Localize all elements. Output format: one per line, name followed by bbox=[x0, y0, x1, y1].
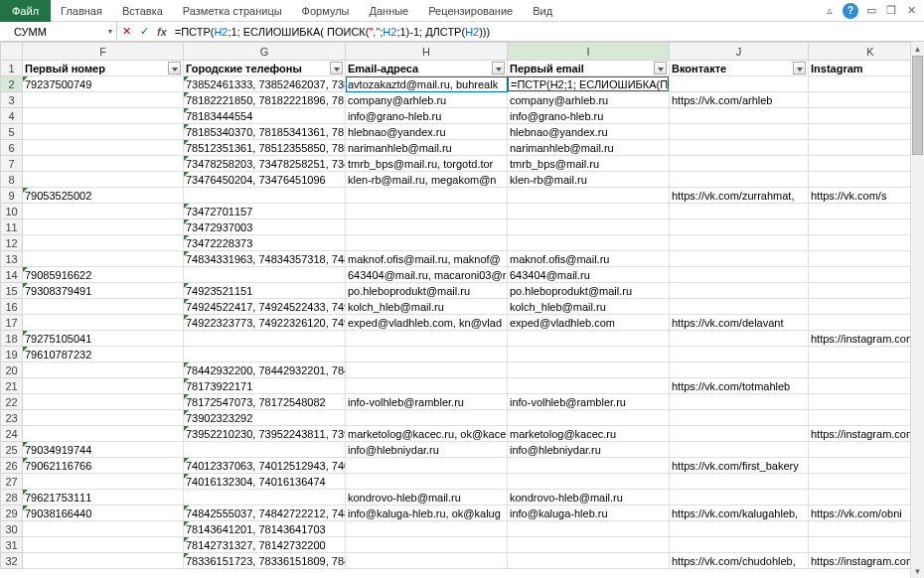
cell-F11[interactable] bbox=[23, 219, 184, 235]
cell-H13[interactable]: maknof.ofis@mail.ru, maknof@ bbox=[346, 251, 508, 267]
cell-K19[interactable] bbox=[809, 347, 925, 362]
cell-K15[interactable] bbox=[809, 283, 925, 299]
cell-I18[interactable] bbox=[508, 331, 670, 347]
cell-F32[interactable] bbox=[23, 553, 184, 569]
row-header-10[interactable]: 10 bbox=[1, 204, 23, 219]
filter-icon[interactable] bbox=[654, 62, 667, 74]
column-header-K[interactable]: K bbox=[809, 43, 925, 61]
cell-F13[interactable] bbox=[23, 251, 184, 267]
cell-K28[interactable] bbox=[809, 490, 925, 506]
cell-F7[interactable] bbox=[23, 156, 184, 172]
cell-H23[interactable] bbox=[346, 410, 508, 426]
scroll-up-icon[interactable]: ▲ bbox=[911, 42, 924, 56]
row-header-20[interactable]: 20 bbox=[1, 362, 23, 378]
column-header-F[interactable]: F bbox=[23, 43, 184, 61]
cell-J25[interactable] bbox=[670, 442, 809, 458]
ribbon-tab-Рецензирование[interactable]: Рецензирование bbox=[418, 2, 523, 20]
cell-J8[interactable] bbox=[670, 172, 809, 188]
cell-J6[interactable] bbox=[670, 140, 809, 156]
cell-H20[interactable] bbox=[346, 362, 508, 378]
cell-G26[interactable]: 74012337063, 74012512943, 74012512944, 7… bbox=[184, 458, 346, 474]
cell-J18[interactable] bbox=[670, 331, 809, 347]
cell-F21[interactable] bbox=[23, 378, 184, 394]
cell-K20[interactable] bbox=[809, 362, 925, 378]
cell-F17[interactable] bbox=[23, 315, 184, 331]
cell-G19[interactable] bbox=[184, 347, 346, 362]
row-header-15[interactable]: 15 bbox=[1, 283, 23, 299]
cell-G28[interactable] bbox=[184, 490, 346, 506]
cell-K13[interactable] bbox=[809, 251, 925, 267]
cell-F15[interactable]: 79308379491 bbox=[23, 283, 184, 299]
cell-K2[interactable] bbox=[809, 76, 925, 92]
ribbon-tab-Главная[interactable]: Главная bbox=[51, 2, 112, 20]
row-header-7[interactable]: 7 bbox=[1, 156, 23, 172]
cell-K25[interactable] bbox=[809, 442, 925, 458]
cell-G18[interactable] bbox=[184, 331, 346, 347]
row-header-23[interactable]: 23 bbox=[1, 410, 23, 426]
cell-J27[interactable] bbox=[670, 474, 809, 490]
cell-K21[interactable] bbox=[809, 378, 925, 394]
cell-I31[interactable] bbox=[508, 537, 670, 553]
cell-I16[interactable]: kolch_hleb@mail.ru bbox=[508, 299, 670, 315]
cell-H25[interactable]: info@hlebniydar.ru bbox=[346, 442, 508, 458]
cell-I20[interactable] bbox=[508, 362, 670, 378]
cell-G14[interactable] bbox=[184, 267, 346, 283]
cell-G6[interactable]: 78512351361, 78512355850, 7851 bbox=[184, 140, 346, 156]
row-header-18[interactable]: 18 bbox=[1, 331, 23, 347]
cell-I8[interactable]: klen-rb@mail.ru bbox=[508, 172, 670, 188]
cell-J13[interactable] bbox=[670, 251, 809, 267]
cell-I17[interactable]: exped@vladhleb.com bbox=[508, 315, 670, 331]
cell-G2[interactable]: 73852461333, 73852462037, 7385 bbox=[184, 76, 346, 92]
cell-F14[interactable]: 79085916622 bbox=[23, 267, 184, 283]
spreadsheet-grid[interactable]: FGHIJK1Первый номерГородские телефоныEma… bbox=[0, 42, 924, 569]
cell-J20[interactable] bbox=[670, 362, 809, 378]
cell-H24[interactable]: marketolog@kacec.ru, ok@kace bbox=[346, 426, 508, 442]
row-header-28[interactable]: 28 bbox=[1, 490, 23, 506]
cell-K6[interactable] bbox=[809, 140, 925, 156]
row-header-24[interactable]: 24 bbox=[1, 426, 23, 442]
cell-H11[interactable] bbox=[346, 219, 508, 235]
ribbon-tab-Вид[interactable]: Вид bbox=[523, 2, 562, 20]
cell-I30[interactable] bbox=[508, 521, 670, 537]
cell-G29[interactable]: 74842555037, 74842722212, 7484 bbox=[184, 506, 346, 521]
cell-I14[interactable]: 643404@mail.ru bbox=[508, 267, 670, 283]
cell-J3[interactable]: https://vk.com/arhleb bbox=[670, 92, 809, 108]
filter-icon[interactable] bbox=[492, 62, 505, 74]
cell-H28[interactable]: kondrovo-hleb@mail.ru bbox=[346, 490, 508, 506]
cell-I7[interactable]: tmrb_bps@mail.ru bbox=[508, 156, 670, 172]
cell-K8[interactable] bbox=[809, 172, 925, 188]
cell-K30[interactable] bbox=[809, 521, 925, 537]
cell-G16[interactable]: 74924522417, 74924522433, 7492 bbox=[184, 299, 346, 315]
cell-H21[interactable] bbox=[346, 378, 508, 394]
cell-I21[interactable] bbox=[508, 378, 670, 394]
cell-F22[interactable] bbox=[23, 394, 184, 410]
cell-H31[interactable] bbox=[346, 537, 508, 553]
row-header-16[interactable]: 16 bbox=[1, 299, 23, 315]
cell-H5[interactable]: hlebnao@yandex.ru bbox=[346, 124, 508, 140]
cell-G32[interactable]: 78336151723, 78336151809, 78454563424, 7… bbox=[184, 553, 346, 569]
cell-J32[interactable]: https://vk.com/chudohleb, bbox=[670, 553, 809, 569]
cell-G15[interactable]: 74923521151 bbox=[184, 283, 346, 299]
scroll-thumb[interactable] bbox=[912, 56, 923, 155]
cell-K7[interactable] bbox=[809, 156, 925, 172]
restore-icon[interactable]: ❐ bbox=[884, 4, 898, 18]
cell-F2[interactable]: 79237500749 bbox=[23, 76, 184, 92]
cell-H6[interactable]: narimanhleb@mail.ru bbox=[346, 140, 508, 156]
row-header-6[interactable]: 6 bbox=[1, 140, 23, 156]
cell-F31[interactable] bbox=[23, 537, 184, 553]
cell-G20[interactable]: 78442932200, 78442932201, 78442932221, 7… bbox=[184, 362, 346, 378]
row-header-13[interactable]: 13 bbox=[1, 251, 23, 267]
cell-J29[interactable]: https://vk.com/kalugahleb, bbox=[670, 506, 809, 521]
cell-F16[interactable] bbox=[23, 299, 184, 315]
cell-K3[interactable] bbox=[809, 92, 925, 108]
cell-J2[interactable] bbox=[670, 76, 809, 92]
cell-G7[interactable]: 73478258203, 73478258251, 7347 bbox=[184, 156, 346, 172]
cell-J22[interactable] bbox=[670, 394, 809, 410]
row-header-5[interactable]: 5 bbox=[1, 124, 23, 140]
ribbon-tab-Формулы[interactable]: Формулы bbox=[292, 2, 360, 20]
file-tab[interactable]: Файл bbox=[0, 0, 51, 22]
cell-H16[interactable]: kolch_hleb@mail.ru bbox=[346, 299, 508, 315]
column-header-J[interactable]: J bbox=[670, 43, 809, 61]
cell-G13[interactable]: 74834331963, 74834357318, 7483 bbox=[184, 251, 346, 267]
row-header-30[interactable]: 30 bbox=[1, 521, 23, 537]
